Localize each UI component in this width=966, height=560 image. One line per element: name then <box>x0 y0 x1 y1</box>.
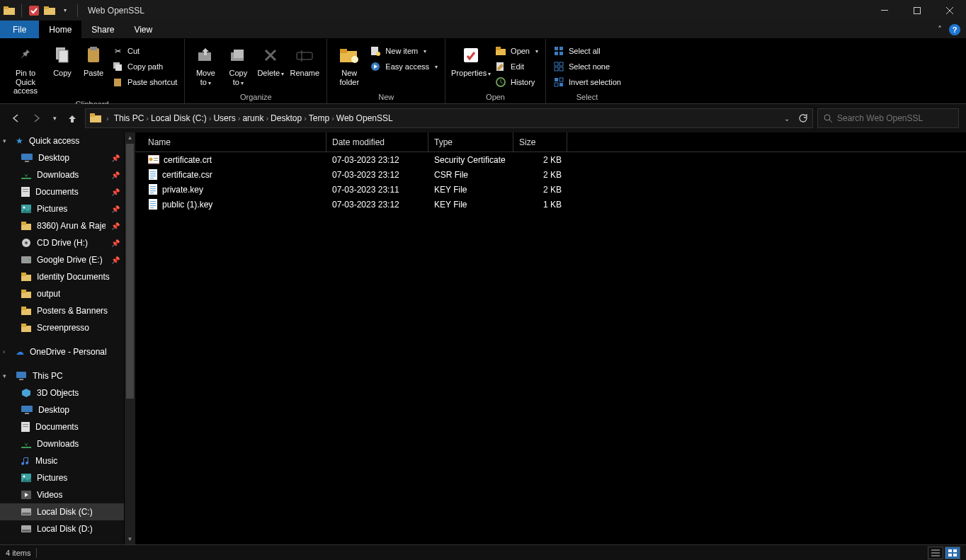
file-row[interactable]: certificate.crt07-03-2023 23:12Security … <box>135 152 966 167</box>
history-button[interactable]: History <box>492 74 541 90</box>
sidebar-item[interactable]: CD Drive (H:)📌 <box>0 234 124 251</box>
new-folder-icon <box>339 43 359 67</box>
properties-button[interactable]: Properties▾ <box>450 40 492 81</box>
column-type[interactable]: Type <box>428 132 513 152</box>
delete-button[interactable]: Delete▾ <box>254 40 287 81</box>
tab-file[interactable]: File <box>0 21 39 38</box>
tab-home[interactable]: Home <box>39 21 81 38</box>
sidebar-item[interactable]: 3D Objects <box>0 384 124 401</box>
chevron-right-icon[interactable]: › <box>238 114 241 122</box>
sidebar-item[interactable]: output <box>0 285 124 302</box>
sidebar-item[interactable]: Identity Documents <box>0 268 124 285</box>
sidebar-this-pc[interactable]: ▾ This PC <box>0 367 124 384</box>
file-size: 1 KB <box>513 200 567 210</box>
paste-shortcut-button[interactable]: Paste shortcut <box>109 74 180 90</box>
column-date[interactable]: Date modified <box>326 132 428 152</box>
sidebar-item[interactable]: Local Disk (C:) <box>0 503 124 520</box>
help-icon[interactable]: ? <box>949 24 960 35</box>
open-button[interactable]: Open▾ <box>492 43 541 59</box>
checked-folder-icon[interactable] <box>28 4 40 18</box>
chevron-right-icon[interactable]: › <box>331 114 334 122</box>
search-input[interactable] <box>837 113 953 123</box>
properties-icon <box>462 43 480 67</box>
collapse-ribbon-icon[interactable]: ˄ <box>938 25 942 35</box>
sidebar-item[interactable]: Downloads <box>0 435 124 452</box>
sidebar-item[interactable]: Downloads📌 <box>0 166 124 183</box>
search-box[interactable] <box>817 108 959 128</box>
thumbnails-view-button[interactable] <box>945 547 960 559</box>
chevron-right-icon[interactable]: › <box>146 114 149 122</box>
sidebar-item[interactable]: 8360) Arun & Raje📌 <box>0 217 124 234</box>
refresh-icon[interactable] <box>798 113 808 123</box>
edit-button[interactable]: Edit <box>492 59 541 74</box>
file-row[interactable]: certificate.csr07-03-2023 23:12CSR File2… <box>135 167 966 182</box>
details-view-button[interactable] <box>928 547 943 559</box>
chevron-right-icon[interactable]: › <box>304 114 307 122</box>
sidebar-scrollbar[interactable]: ▲ ▼ <box>125 132 135 544</box>
file-row[interactable]: private.key07-03-2023 23:11KEY File2 KB <box>135 182 966 197</box>
sidebar-item[interactable]: Google Drive (E:)📌 <box>0 251 124 268</box>
dropdown-icon[interactable]: ▾ <box>59 4 72 18</box>
chevron-right-icon[interactable]: › <box>209 114 212 122</box>
file-icon <box>148 169 158 181</box>
address-bar[interactable]: › This PC›Local Disk (C:)›Users›arunk›De… <box>85 108 813 128</box>
rename-button[interactable]: Rename <box>287 40 322 81</box>
tab-view[interactable]: View <box>124 21 162 38</box>
pin-to-quick-access-button[interactable]: Pin to Quick access <box>4 40 47 98</box>
copy-to-button[interactable]: Copy to▾ <box>222 40 254 89</box>
move-to-button[interactable]: Move to▾ <box>189 40 222 89</box>
select-none-icon <box>553 61 564 72</box>
sidebar-onedrive[interactable]: › ☁ OneDrive - Personal <box>0 343 124 360</box>
invert-selection-button[interactable]: Invert selection <box>550 74 624 90</box>
crumb[interactable]: Users <box>213 113 235 123</box>
sidebar-item[interactable]: Documents📌 <box>0 183 124 200</box>
close-button[interactable] <box>933 0 966 21</box>
back-button[interactable] <box>7 110 24 127</box>
file-row[interactable]: public (1).key07-03-2023 23:12KEY File1 … <box>135 197 966 212</box>
copy-button[interactable]: Copy <box>47 40 78 81</box>
sidebar-item[interactable]: Desktop <box>0 401 124 418</box>
crumb[interactable]: arunk <box>242 113 263 123</box>
sidebar-item[interactable]: Videos <box>0 486 124 503</box>
recent-dropdown[interactable]: ▾ <box>50 110 59 127</box>
maximize-button[interactable] <box>901 0 933 21</box>
sidebar-quick-access[interactable]: ▾ ★ Quick access <box>0 132 124 149</box>
paste-button[interactable]: Paste <box>78 40 109 81</box>
folder-icon[interactable] <box>43 4 56 18</box>
easy-access-button[interactable]: Easy access▾ <box>367 59 441 74</box>
forward-button[interactable] <box>28 110 45 127</box>
svg-rect-5 <box>881 10 888 11</box>
chevron-right-icon[interactable]: › <box>106 114 109 122</box>
sidebar-item[interactable]: Music <box>0 452 124 469</box>
crumb[interactable]: Local Disk (C:) <box>151 113 207 123</box>
disk-icon <box>21 525 31 532</box>
column-name[interactable]: Name <box>142 132 326 152</box>
select-none-button[interactable]: Select none <box>550 59 624 74</box>
new-item-button[interactable]: New item▾ <box>367 43 441 59</box>
chevron-right-icon[interactable]: › <box>266 114 268 122</box>
sidebar-item[interactable]: Documents <box>0 418 124 435</box>
copy-path-button[interactable]: Copy path <box>109 59 180 74</box>
svg-rect-90 <box>150 176 156 176</box>
crumb[interactable]: This PC <box>114 113 144 123</box>
dropdown-icon[interactable]: ⌄ <box>784 115 790 122</box>
file-rows: certificate.crt07-03-2023 23:12Security … <box>135 152 966 544</box>
sidebar-item[interactable]: Pictures📌 <box>0 200 124 217</box>
sidebar-item[interactable]: Local Disk (D:) <box>0 520 124 537</box>
select-all-button[interactable]: Select all <box>550 43 624 59</box>
sidebar-item[interactable]: Pictures <box>0 469 124 486</box>
folder-icon <box>90 113 101 124</box>
column-size[interactable]: Size <box>513 132 567 152</box>
new-folder-button[interactable]: New folder <box>331 40 367 89</box>
sidebar-item[interactable]: Posters & Banners <box>0 302 124 319</box>
sidebar-item[interactable]: Screenpresso <box>0 319 124 336</box>
crumb[interactable]: Web OpenSSL <box>336 113 393 123</box>
sidebar-item[interactable]: Desktop📌 <box>0 149 124 166</box>
minimize-button[interactable] <box>868 0 901 21</box>
up-button[interactable] <box>64 110 81 127</box>
crumb[interactable]: Temp <box>309 113 329 123</box>
sidebar-item-label: Downloads <box>37 439 79 449</box>
crumb[interactable]: Desktop <box>271 113 302 123</box>
tab-share[interactable]: Share <box>81 21 124 38</box>
cut-button[interactable]: ✂Cut <box>109 43 180 59</box>
